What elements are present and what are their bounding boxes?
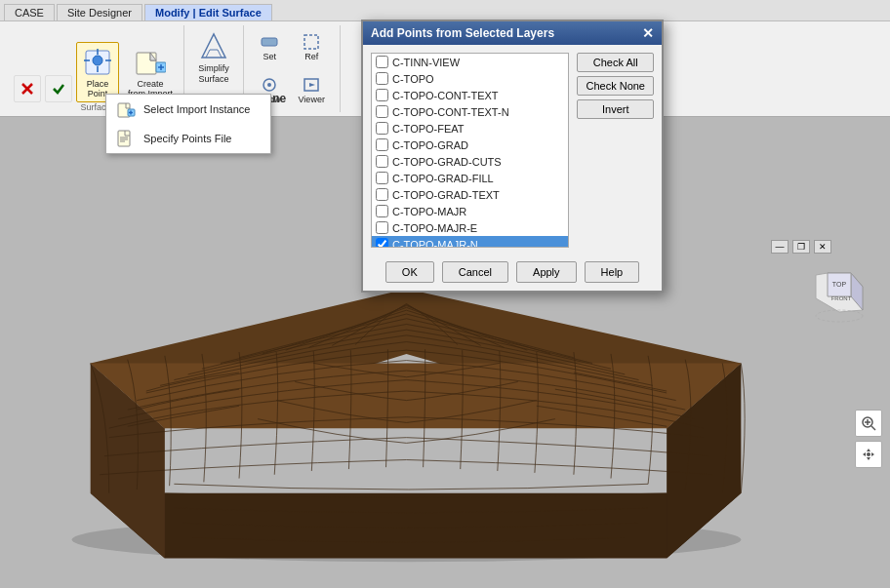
layer-item[interactable]: C-TINN-VIEW <box>372 54 568 70</box>
layer-name: C-TOPO-MAJR-E <box>392 222 477 234</box>
dialog-content: C-TINN-VIEWC-TOPOC-TOPO-CONT-TEXTC-TOPO-… <box>363 45 662 255</box>
layer-name: C-TOPO-MAJR <box>392 206 466 217</box>
layer-item[interactable]: C-TOPO-GRAD <box>372 137 568 153</box>
help-button[interactable]: Help <box>585 261 640 283</box>
layer-item[interactable]: C-TOPO-CONT-TEXT-N <box>372 103 568 120</box>
dialog-footer: OK Cancel Apply Help <box>363 255 662 291</box>
layer-list-area: C-TINN-VIEWC-TOPOC-TOPO-CONT-TEXTC-TOPO-… <box>371 53 569 255</box>
tab-case[interactable]: CASE <box>4 4 55 20</box>
ref-button[interactable]: Ref <box>295 29 328 64</box>
ref-icon <box>302 32 321 52</box>
menu-item-specify-points[interactable]: Specify Points File <box>106 124 270 153</box>
menu-item-select-import-label: Select Import Instance <box>143 103 250 115</box>
layer-item[interactable]: C-TOPO-GRAD-CUTS <box>372 153 568 170</box>
x-icon <box>20 82 34 96</box>
svg-marker-51 <box>871 452 874 456</box>
layer-item[interactable]: C-TOPO-MAJR-N <box>372 236 568 248</box>
viewer-button[interactable]: Viewer <box>292 72 332 107</box>
save-surface-button[interactable] <box>45 75 72 102</box>
svg-marker-32 <box>91 492 742 558</box>
svg-rect-20 <box>304 35 318 49</box>
layer-checkbox[interactable] <box>376 105 388 118</box>
ribbon-tabs: CASE Site Designer Modify | Edit Surface <box>0 0 890 21</box>
svg-point-19 <box>267 83 271 87</box>
dialog-title: Add Points from Selected Layers <box>371 26 554 40</box>
check-all-button[interactable]: Check All <box>577 53 654 72</box>
cancel-button[interactable]: Cancel <box>442 261 508 283</box>
layer-name: C-TOPO-CONT-TEXT <box>392 90 499 101</box>
layer-item[interactable]: C-TOPO <box>372 70 568 87</box>
right-panel-tools <box>855 410 882 468</box>
viewer-label: Viewer <box>299 95 325 104</box>
layer-checkbox[interactable] <box>376 89 388 101</box>
simplify-label: SimplifySurface <box>198 63 229 85</box>
layer-item[interactable]: C-TOPO-MAJR-E <box>372 219 568 236</box>
tab-modify-edit-surface[interactable]: Modify | Edit Surface <box>144 4 272 20</box>
svg-marker-50 <box>863 452 866 456</box>
menu-item-select-import[interactable]: Select Import Instance <box>106 95 270 124</box>
svg-point-52 <box>867 452 870 456</box>
menu-item-specify-points-label: Specify Points File <box>143 133 231 144</box>
set-icon <box>260 32 279 52</box>
layer-item[interactable]: C-TOPO-CONT-TEXT <box>372 87 568 103</box>
import-icon <box>116 99 136 119</box>
viewport-window-controls: — ❐ ✕ <box>771 240 831 254</box>
layer-list[interactable]: C-TINN-VIEWC-TOPOC-TOPO-CONT-TEXTC-TOPO-… <box>371 53 569 248</box>
close-viewport-button[interactable]: ✕ <box>814 240 831 254</box>
layer-checkbox[interactable] <box>376 221 388 234</box>
check-icon <box>52 82 65 96</box>
layer-checkbox[interactable] <box>376 138 388 151</box>
svg-marker-48 <box>867 449 870 451</box>
set-label: Set <box>263 52 277 61</box>
layer-checkbox[interactable] <box>376 188 388 201</box>
layer-name: C-TOPO-GRAD-CUTS <box>392 156 502 168</box>
context-menu: Select Import Instance Specify Points Fi… <box>105 94 271 154</box>
dialog-add-points: Add Points from Selected Layers ✕ C-TINN… <box>361 20 664 293</box>
layer-checkbox[interactable] <box>376 56 388 68</box>
zoom-button[interactable] <box>855 410 882 437</box>
layer-name: C-TOPO-CONT-TEXT-N <box>392 106 509 118</box>
cancel-surface-button[interactable] <box>14 75 41 102</box>
layer-name: C-TOPO-GRAD-TEXT <box>392 189 500 201</box>
dialog-titlebar: Add Points from Selected Layers ✕ <box>363 21 662 45</box>
layer-checkbox[interactable] <box>376 72 388 85</box>
pan-button[interactable] <box>855 441 882 468</box>
maximize-button[interactable]: ❐ <box>792 240 810 254</box>
svg-marker-49 <box>867 457 870 460</box>
svg-line-14 <box>206 50 210 58</box>
layer-name: C-TOPO-FEAT <box>392 123 465 135</box>
minimize-button[interactable]: — <box>771 240 789 254</box>
invert-button[interactable]: Invert <box>577 99 654 119</box>
place-point-icon <box>82 47 113 78</box>
simplify-surface-button[interactable]: SimplifySurface <box>192 25 235 88</box>
set-button[interactable]: Set <box>253 29 286 64</box>
layer-checkbox[interactable] <box>376 238 388 248</box>
layer-checkbox[interactable] <box>376 122 388 135</box>
zoom-icon <box>861 415 876 431</box>
svg-point-3 <box>93 56 102 65</box>
layer-item[interactable]: C-TOPO-GRAD-TEXT <box>372 186 568 203</box>
create-import-icon <box>135 47 166 78</box>
dialog-close-button[interactable]: ✕ <box>642 25 654 41</box>
svg-text:TOP: TOP <box>832 281 847 288</box>
layer-item[interactable]: C-TOPO-GRAD-FILL <box>372 170 568 186</box>
layer-checkbox[interactable] <box>376 155 388 168</box>
layer-checkbox[interactable] <box>376 172 388 184</box>
nav-cube[interactable]: TOP FRONT <box>808 261 870 324</box>
svg-rect-27 <box>118 131 130 146</box>
svg-marker-13 <box>202 34 225 58</box>
svg-rect-17 <box>262 38 277 46</box>
layer-item[interactable]: C-TOPO-FEAT <box>372 120 568 137</box>
layer-checkbox[interactable] <box>376 205 388 217</box>
check-none-button[interactable]: Check None <box>577 76 654 96</box>
ref-label: Ref <box>304 52 318 61</box>
layer-item[interactable]: C-TOPO-MAJR <box>372 203 568 219</box>
layer-name: C-TOPO-MAJR-N <box>392 239 478 249</box>
tab-site-designer[interactable]: Site Designer <box>57 4 142 20</box>
ok-button[interactable]: OK <box>385 261 434 283</box>
layer-name: C-TOPO-GRAD-FILL <box>392 173 494 184</box>
apply-button[interactable]: Apply <box>516 261 577 283</box>
svg-marker-22 <box>309 83 315 87</box>
pan-icon <box>861 447 876 462</box>
dialog-side-buttons: Check All Check None Invert <box>577 53 654 255</box>
